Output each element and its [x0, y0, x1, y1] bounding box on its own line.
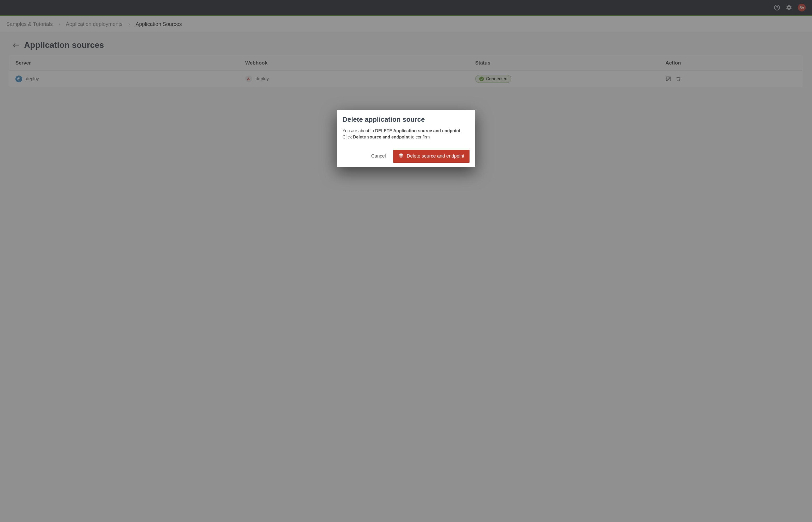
modal-title: Delete application source	[343, 116, 469, 124]
modal-overlay[interactable]: Delete application source You are about …	[0, 0, 812, 522]
modal-body: You are about to DELETE Application sour…	[343, 128, 469, 140]
cancel-button[interactable]: Cancel	[369, 151, 388, 161]
delete-source-endpoint-button[interactable]: Delete source and endpoint	[393, 150, 469, 162]
delete-source-modal: Delete application source You are about …	[337, 110, 475, 167]
delete-button-label: Delete source and endpoint	[407, 153, 464, 159]
trash-icon	[399, 153, 404, 159]
